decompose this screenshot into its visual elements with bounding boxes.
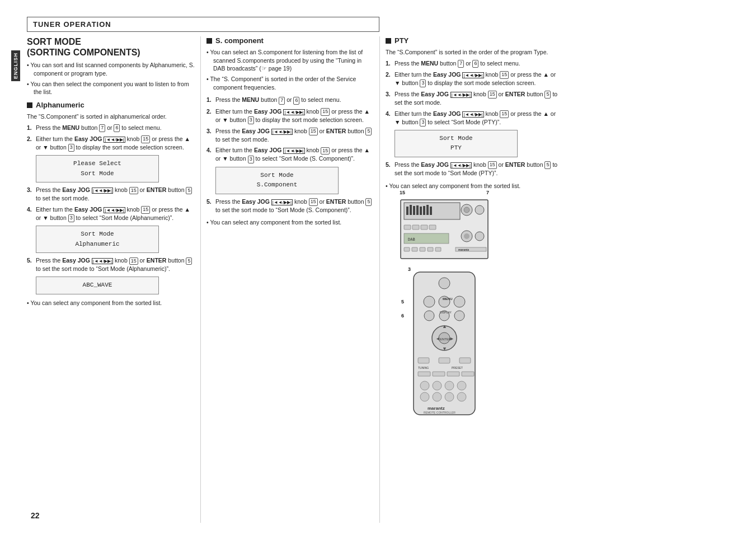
svg-text:PRESET: PRESET [452, 366, 463, 369]
alphanumeric-title: Alphanumeric [36, 101, 84, 109]
s-component-title-box: S. component [206, 36, 374, 45]
lcd-sort-alphanumeric: Sort ModeAlphanumeric [36, 226, 159, 253]
s-component-note-item: You can select any component from the so… [206, 218, 374, 227]
svg-text:TUNING: TUNING [418, 366, 429, 369]
step-a1: 1. Press the MENU button 7 or 6 to selec… [27, 124, 195, 132]
svg-rect-5 [416, 205, 419, 215]
s-component-bullets: You can select an S.component for listen… [206, 48, 374, 91]
svg-text:ENTER: ENTER [440, 338, 452, 341]
step-p4: 4. Either turn the Easy JOG |◄◄/▶▶| knob… [386, 110, 558, 127]
svg-rect-50 [433, 372, 445, 376]
page-number: 22 [31, 511, 40, 520]
svg-point-60 [457, 392, 466, 401]
svg-text:marantz: marantz [428, 406, 445, 411]
bullet-2: You can then select the component you wa… [27, 80, 195, 96]
main-content: ENGLISH TUNER OPERATION SORT MODE(SORTIN… [11, 17, 745, 523]
svg-rect-8 [426, 205, 429, 215]
svg-point-21 [475, 232, 484, 241]
s-component-bullet-1: You can select an S.component for listen… [206, 48, 374, 73]
svg-point-53 [420, 381, 429, 390]
black-square-icon-2 [206, 38, 212, 44]
svg-point-54 [433, 381, 442, 390]
tuner-svg: DAB [400, 194, 489, 261]
svg-point-57 [420, 392, 429, 401]
svg-point-59 [445, 392, 454, 401]
pty-title-box: PTY [386, 36, 558, 45]
black-square-icon-3 [386, 38, 391, 44]
svg-text:▼: ▼ [442, 346, 447, 352]
content-area: TUNER OPERATION SORT MODE(SORTING COMPON… [24, 17, 745, 523]
pty-note-item: You can select any component from the so… [386, 182, 558, 190]
svg-rect-46 [459, 358, 471, 363]
step-s5: 5. Press the Easy JOG |◄◄/▶▶| knob 15 or… [206, 198, 374, 214]
svg-point-56 [457, 381, 466, 390]
svg-point-11 [464, 207, 469, 213]
alphanumeric-note-item: You can select any component from the so… [27, 299, 195, 307]
step-s4: 4. Either turn the Easy JOG |◄◄/▶▶| knob… [206, 146, 374, 163]
svg-rect-6 [420, 207, 422, 215]
sort-mode-bullets: You can sort and list scanned components… [27, 61, 195, 96]
svg-text:DAB: DAB [408, 237, 415, 242]
svg-rect-44 [418, 358, 429, 363]
alphanumeric-steps: 1. Press the MENU button 7 or 6 to selec… [27, 124, 195, 294]
svg-text:marantz: marantz [458, 248, 469, 251]
step-a3: 3. Press the Easy JOG |◄◄/▶▶| knob 15 or… [27, 186, 195, 203]
svg-rect-24 [420, 247, 425, 251]
svg-rect-51 [447, 372, 459, 376]
pty-note: You can select any component from the so… [386, 182, 558, 190]
svg-rect-26 [435, 247, 441, 251]
svg-point-31 [424, 296, 435, 307]
remote-svg: ▲ ▼ ◄ ► ENTER TUNI [408, 271, 481, 416]
bullet-1: You can sort and list scanned components… [27, 61, 195, 77]
s-component-steps: 1. Press the MENU button 7 or 6 to selec… [206, 96, 374, 214]
step-s1: 1. Press the MENU button 7 or 6 to selec… [206, 96, 374, 104]
svg-text:MENU: MENU [443, 297, 453, 301]
sidebar: ENGLISH [11, 17, 24, 523]
svg-point-30 [439, 278, 450, 289]
alphanumeric-title-box: Alphanumeric [27, 101, 195, 109]
s-component-bullet-2: The “S. Component” is sorted in the orde… [206, 75, 374, 91]
s-component-title: S. component [215, 36, 264, 45]
svg-point-36 [454, 311, 464, 321]
lcd-abc-wave: ABC_WAVE [36, 277, 159, 294]
svg-rect-9 [430, 207, 432, 215]
lcd-please-select: Please SelectSort Mode [36, 155, 159, 182]
column-pty: PTY The “S.Component” is sorted in the o… [379, 36, 558, 523]
lcd-sort-s-component: Sort ModeS.Component [215, 167, 339, 194]
alphanumeric-note: You can select any component from the so… [27, 299, 195, 307]
svg-rect-7 [423, 206, 425, 215]
column-s-component: S. component You can select an S.compone… [200, 36, 379, 523]
pty-title: PTY [395, 36, 408, 45]
pty-section: PTY The “S.Component” is sorted in the o… [386, 36, 558, 190]
step-p3: 3. Press the Easy JOG |◄◄/▶▶| knob 15 or… [386, 90, 558, 107]
tuner-header: TUNER OPERATION [27, 17, 379, 32]
tuner-header-title: TUNER OPERATION [33, 20, 111, 29]
pty-intro: The “S.Component” is sorted in the order… [386, 48, 558, 57]
step-p2: 2. Either turn the Easy JOG |◄◄/▶▶| knob… [386, 71, 558, 87]
svg-point-33 [454, 296, 465, 307]
svg-text:REMOTE CONTROLLER: REMOTE CONTROLLER [424, 411, 456, 414]
sort-mode-title: SORT MODE(SORTING COMPONENTS) [27, 36, 195, 58]
pty-steps: 1. Press the MENU button 7 or 6 to selec… [386, 59, 558, 177]
lcd-sort-pty: Sort ModePTY [395, 130, 518, 157]
svg-rect-45 [439, 358, 450, 363]
page: ENGLISH TUNER OPERATION SORT MODE(SORTIN… [0, 0, 756, 534]
svg-rect-52 [462, 372, 474, 376]
devices-area: 15 7 [386, 194, 497, 418]
svg-rect-49 [418, 372, 430, 376]
svg-text:DISPLAY: DISPLAY [440, 311, 452, 314]
three-column-layout: SORT MODE(SORTING COMPONENTS) You can so… [27, 36, 745, 523]
svg-rect-14 [412, 225, 419, 229]
step-p1: 1. Press the MENU button 7 or 6 to selec… [386, 59, 558, 68]
black-square-icon [27, 102, 32, 108]
svg-rect-2 [406, 207, 408, 215]
svg-point-55 [445, 381, 454, 390]
remote-illustration: 3 5 6 [408, 271, 481, 418]
language-label: ENGLISH [11, 50, 20, 81]
svg-rect-22 [404, 247, 410, 251]
step-s3: 3. Press the Easy JOG |◄◄/▶▶| knob 15 or… [206, 127, 374, 144]
step-s2: 2. Either turn the Easy JOG |◄◄/▶▶| knob… [206, 107, 374, 124]
svg-point-12 [475, 205, 484, 214]
svg-point-34 [424, 311, 434, 321]
svg-rect-23 [412, 247, 417, 251]
